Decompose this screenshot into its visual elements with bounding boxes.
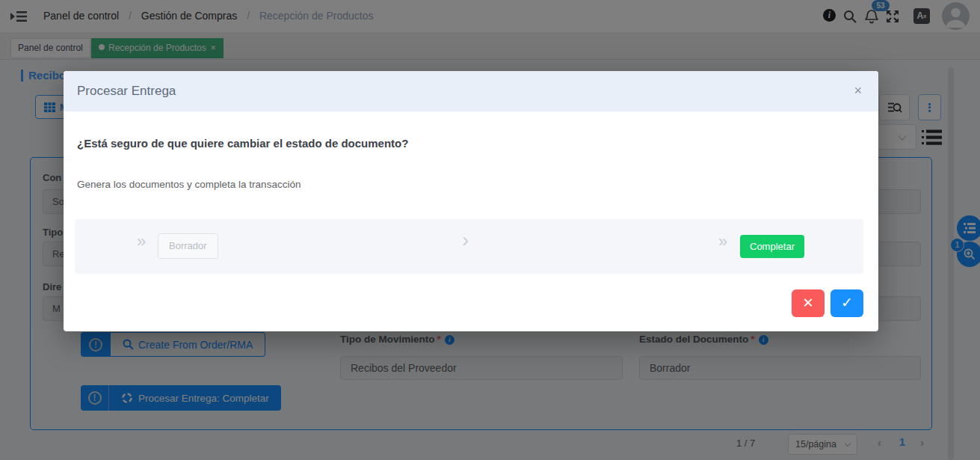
confirm-button[interactable]: ✓ bbox=[830, 289, 863, 317]
chevron-double-icon: » bbox=[718, 232, 727, 251]
workflow-action-completar[interactable]: Completar bbox=[740, 235, 804, 258]
chevron-double-icon: » bbox=[137, 232, 146, 251]
chevron-right-icon: › bbox=[462, 228, 469, 252]
dialog-description: Genera los documentos y completa la tran… bbox=[77, 179, 301, 190]
dialog-title: Procesar Entrega bbox=[77, 71, 176, 111]
workflow-strip: » Borrador › » Completar bbox=[75, 219, 863, 274]
dialog-header: Procesar Entrega × bbox=[64, 71, 878, 111]
close-icon[interactable]: × bbox=[854, 84, 862, 97]
screen: Panel de control / Gestión de Compras / … bbox=[0, 0, 980, 460]
process-delivery-dialog: Procesar Entrega × ¿Está seguro de que q… bbox=[64, 71, 878, 331]
dialog-question: ¿Está seguro de que quiere cambiar el es… bbox=[77, 137, 408, 150]
cancel-button[interactable]: ✕ bbox=[792, 289, 825, 317]
workflow-state-borrador[interactable]: Borrador bbox=[158, 233, 218, 259]
